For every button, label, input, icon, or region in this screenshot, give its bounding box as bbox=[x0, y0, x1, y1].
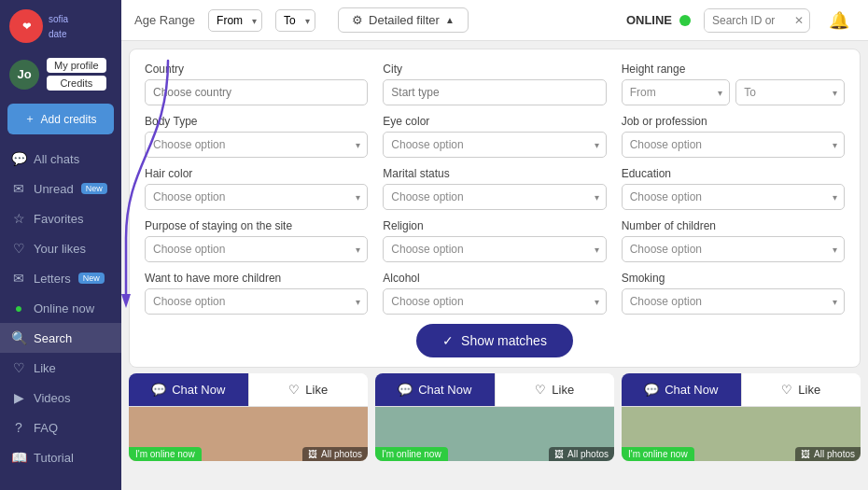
job-field: Job or profession Choose option bbox=[622, 115, 845, 158]
plus-icon: ＋ bbox=[24, 111, 35, 127]
bell-icon: 🔔 bbox=[829, 11, 849, 30]
like-button-1[interactable]: ♡ Like bbox=[248, 373, 369, 406]
sidebar-item-favorites[interactable]: ☆ Favorites bbox=[0, 203, 121, 233]
add-credits-button[interactable]: ＋ Add credits bbox=[7, 104, 114, 134]
logo: ❤ sofia date bbox=[0, 0, 121, 50]
children-select[interactable]: Choose option bbox=[622, 236, 845, 262]
bell-button[interactable]: 🔔 bbox=[823, 8, 855, 33]
age-to-select[interactable]: To bbox=[275, 9, 315, 32]
all-photos-badge-1[interactable]: 🖼 All photos bbox=[302, 447, 368, 461]
unread-badge: New bbox=[81, 183, 107, 194]
alcohol-wrap: Choose option bbox=[383, 288, 606, 315]
country-label: Country bbox=[145, 63, 368, 76]
height-from-wrap: From bbox=[622, 79, 731, 105]
purpose-wrap: Choose option bbox=[145, 236, 368, 262]
avatar: Jo bbox=[9, 60, 39, 90]
sidebar-item-your-likes[interactable]: ♡ Your likes bbox=[0, 233, 121, 263]
children-wrap: Choose option bbox=[622, 236, 845, 262]
city-label: City bbox=[383, 63, 606, 76]
alcohol-select[interactable]: Choose option bbox=[383, 288, 606, 315]
heart-icon: ♡ bbox=[11, 241, 26, 256]
profile-card-1: 💬 Chat Now ♡ Like I'm online now 🖼 All p… bbox=[129, 373, 368, 461]
children-field: Number of children Choose option bbox=[622, 219, 845, 262]
all-photos-badge-2[interactable]: 🖼 All photos bbox=[549, 447, 614, 461]
card-actions-1: 💬 Chat Now ♡ Like bbox=[129, 373, 368, 407]
education-wrap: Choose option bbox=[622, 184, 845, 210]
credits-button[interactable]: Credits bbox=[47, 76, 106, 91]
sidebar-item-unread[interactable]: ✉ Unread New bbox=[0, 174, 121, 203]
purpose-field: Purpose of staying on the site Choose op… bbox=[145, 219, 368, 262]
sidebar-item-all-chats[interactable]: 💬 All chats bbox=[0, 144, 121, 174]
hair-color-label: Hair color bbox=[145, 167, 368, 180]
eye-color-select[interactable]: Choose option bbox=[383, 132, 606, 158]
smoking-field: Smoking Choose option bbox=[622, 272, 845, 315]
my-profile-button[interactable]: My profile bbox=[47, 58, 106, 73]
user-buttons: My profile Credits bbox=[47, 58, 106, 91]
sidebar-item-faq[interactable]: ? FAQ bbox=[0, 413, 121, 442]
unread-icon: ✉ bbox=[11, 181, 26, 196]
body-type-field: Body Type Choose option bbox=[145, 115, 368, 158]
education-select[interactable]: Choose option bbox=[622, 184, 845, 210]
age-from-select[interactable]: From bbox=[208, 9, 262, 32]
online-badge-3: I'm online now bbox=[622, 447, 694, 461]
smoking-label: Smoking bbox=[622, 272, 845, 285]
chat-now-button-3[interactable]: 💬 Chat Now bbox=[622, 373, 741, 406]
detailed-filter-button[interactable]: ⚙ Detailed filter ▲ bbox=[338, 7, 469, 33]
chat-now-button-2[interactable]: 💬 Chat Now bbox=[375, 373, 495, 406]
all-photos-badge-3[interactable]: 🖼 All photos bbox=[795, 447, 861, 461]
sidebar-item-like[interactable]: ♡ Like bbox=[0, 353, 121, 383]
purpose-select[interactable]: Choose option bbox=[145, 236, 368, 262]
tutorial-icon: 📖 bbox=[11, 450, 26, 465]
city-input[interactable] bbox=[383, 79, 606, 105]
smoking-wrap: Choose option bbox=[622, 288, 845, 315]
show-matches-row: ✓ Show matches bbox=[145, 324, 845, 357]
smoking-select[interactable]: Choose option bbox=[622, 288, 845, 315]
chat-now-button-1[interactable]: 💬 Chat Now bbox=[129, 373, 248, 406]
chat-icon-1: 💬 bbox=[151, 383, 166, 397]
want-children-wrap: Choose option bbox=[145, 288, 368, 315]
alcohol-field: Alcohol Choose option bbox=[383, 272, 606, 315]
age-range-label: Age Range bbox=[134, 13, 195, 27]
online-badge-2: I'm online now bbox=[375, 447, 448, 461]
logo-text: sofia date bbox=[49, 11, 68, 40]
education-label: Education bbox=[622, 167, 845, 180]
filter-icon: ⚙ bbox=[352, 13, 363, 27]
show-matches-button[interactable]: ✓ Show matches bbox=[416, 324, 573, 357]
alcohol-label: Alcohol bbox=[383, 272, 606, 285]
online-icon: ● bbox=[11, 301, 26, 315]
body-type-select[interactable]: Choose option bbox=[145, 132, 368, 158]
eye-color-wrap: Choose option bbox=[383, 132, 606, 158]
sidebar-item-letters[interactable]: ✉ Letters New bbox=[0, 263, 121, 293]
height-from-select[interactable]: From bbox=[622, 79, 731, 105]
religion-select[interactable]: Choose option bbox=[383, 236, 606, 262]
sidebar-item-search[interactable]: 🔍 Search bbox=[0, 323, 121, 353]
city-field: City bbox=[383, 63, 606, 105]
sidebar-item-online-now[interactable]: ● Online now bbox=[0, 293, 121, 323]
photo-icon-1: 🖼 bbox=[308, 449, 317, 459]
chat-icon-3: 💬 bbox=[644, 383, 659, 397]
job-select[interactable]: Choose option bbox=[622, 132, 845, 158]
sidebar-item-videos[interactable]: ▶ Videos bbox=[0, 383, 121, 413]
online-indicator: ONLINE bbox=[626, 13, 691, 27]
online-dot bbox=[679, 15, 691, 26]
clear-search-button[interactable]: ✕ bbox=[789, 10, 809, 31]
sidebar: ❤ sofia date Jo My profile Credits ＋ Add… bbox=[0, 0, 121, 490]
want-children-select[interactable]: Choose option bbox=[145, 288, 368, 315]
like-button-3[interactable]: ♡ Like bbox=[741, 373, 861, 406]
country-input[interactable] bbox=[145, 79, 368, 105]
sidebar-item-tutorial[interactable]: 📖 Tutorial bbox=[0, 442, 121, 472]
marital-label: Marital status bbox=[383, 167, 606, 180]
like-button-2[interactable]: ♡ Like bbox=[495, 373, 615, 406]
hair-color-select[interactable]: Choose option bbox=[145, 184, 368, 210]
letters-badge: New bbox=[78, 273, 105, 284]
search-id-input[interactable] bbox=[705, 9, 789, 32]
height-range-field: Height range From To bbox=[622, 63, 845, 105]
filter-panel: Country City Height range From bbox=[129, 49, 861, 368]
purpose-label: Purpose of staying on the site bbox=[145, 219, 368, 232]
topbar: Age Range From To ⚙ Detailed filter ▲ ON… bbox=[121, 0, 868, 41]
logo-icon: ❤ bbox=[9, 9, 43, 43]
body-type-wrap: Choose option bbox=[145, 132, 368, 158]
height-to-select[interactable]: To bbox=[735, 79, 845, 105]
marital-select[interactable]: Choose option bbox=[383, 184, 606, 210]
card-photo-3: I'm online now 🖼 All photos bbox=[622, 407, 861, 461]
